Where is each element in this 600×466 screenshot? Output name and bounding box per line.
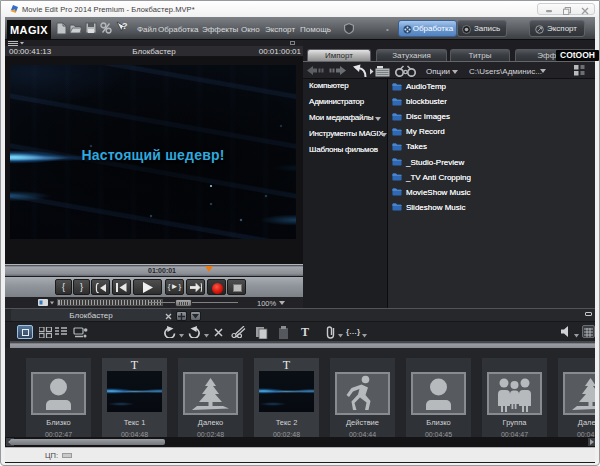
svg-text:?: ? bbox=[122, 21, 128, 31]
